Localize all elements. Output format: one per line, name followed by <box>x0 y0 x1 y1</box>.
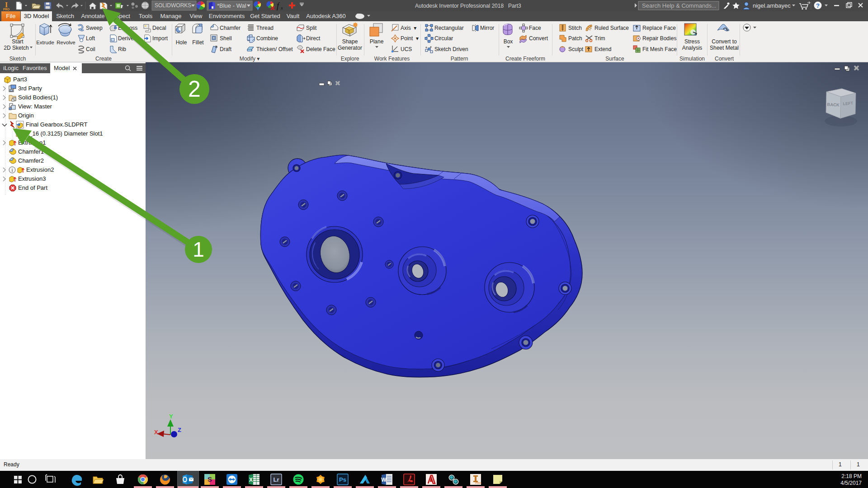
svg-text:Repair Bodies: Repair Bodies <box>642 35 676 42</box>
svg-text:UCS: UCS <box>401 46 412 52</box>
svg-text:Surface: Surface <box>605 56 624 62</box>
svg-text:Convert: Convert <box>529 35 548 42</box>
svg-text:Shell: Shell <box>220 35 232 42</box>
svg-text:Simulation: Simulation <box>679 56 705 62</box>
svg-text:nigel.ambayec: nigel.ambayec <box>753 2 791 9</box>
svg-text:E: E <box>114 24 118 30</box>
svg-text:Analysis: Analysis <box>682 45 703 51</box>
svg-text:Plane: Plane <box>370 38 384 45</box>
svg-text:Emboss: Emboss <box>118 25 137 31</box>
svg-text:i: i <box>11 167 13 173</box>
svg-text:PRO: PRO <box>3 8 9 11</box>
svg-text:4/5/2017: 4/5/2017 <box>840 480 862 486</box>
svg-text:Autodesk Inventor Professional: Autodesk Inventor Professional 2018 <box>415 3 504 9</box>
svg-text:2:18 PM: 2:18 PM <box>841 473 862 479</box>
svg-text:Direct: Direct <box>306 35 321 42</box>
svg-text:Ps: Ps <box>339 476 346 483</box>
svg-text:Face: Face <box>529 25 541 31</box>
svg-text:Import: Import <box>152 35 168 42</box>
svg-text:Fit Mesh Face: Fit Mesh Face <box>642 46 677 52</box>
svg-text:X: X <box>154 429 158 436</box>
svg-text:SOLIDWORKS: SOLIDWORKS <box>155 2 191 9</box>
svg-text:Rectangular: Rectangular <box>434 25 464 31</box>
svg-text:Mirror: Mirror <box>480 25 494 31</box>
svg-text:Stitch: Stitch <box>568 25 582 31</box>
svg-text:Search Help & Commands...: Search Help & Commands... <box>642 2 717 9</box>
svg-text:Circular: Circular <box>434 35 453 42</box>
svg-text:Z: Z <box>178 427 181 433</box>
svg-text:Patch: Patch <box>568 35 582 42</box>
svg-text:Sweep: Sweep <box>86 25 103 31</box>
svg-text:LEFT: LEFT <box>843 101 854 106</box>
svg-text:Draft: Draft <box>220 46 232 52</box>
svg-text:Modify ▾: Modify ▾ <box>240 56 260 62</box>
svg-text:Sheet Metal: Sheet Metal <box>710 45 739 51</box>
svg-text:Ruled Surface: Ruled Surface <box>594 25 629 31</box>
svg-text:Create Freeform: Create Freeform <box>505 56 545 62</box>
svg-text:f: f <box>277 1 280 10</box>
svg-text:Chamfer1: Chamfer1 <box>18 148 44 155</box>
svg-text:S: S <box>208 475 212 483</box>
svg-text:5_16 (0.3125) Diameter Slot1: 5_16 (0.3125) Diameter Slot1 <box>26 130 103 137</box>
svg-text:X: X <box>249 477 253 483</box>
svg-text:Create: Create <box>95 56 112 62</box>
svg-text:Generator: Generator <box>338 45 362 51</box>
svg-text:Chamfer: Chamfer <box>220 25 241 31</box>
svg-text:Split: Split <box>306 25 317 31</box>
svg-text:Point ▾: Point ▾ <box>401 35 419 42</box>
svg-text:Y: Y <box>169 413 173 420</box>
svg-text:Rib: Rib <box>118 46 126 52</box>
svg-text:Extrusion3: Extrusion3 <box>18 175 46 182</box>
svg-text:Box: Box <box>504 38 513 45</box>
svg-text:Part3: Part3 <box>508 3 521 9</box>
svg-text:Coil: Coil <box>86 46 95 52</box>
svg-text:Chamfer2: Chamfer2 <box>18 157 44 164</box>
svg-text:Solid Bodies(1): Solid Bodies(1) <box>18 94 58 101</box>
svg-text:Extend: Extend <box>594 46 611 52</box>
svg-text:PRO: PRO <box>475 482 481 484</box>
svg-text:View: Master: View: Master <box>18 103 52 110</box>
svg-text:Sketch Driven: Sketch Driven <box>434 46 468 52</box>
svg-text:Trim: Trim <box>594 35 605 42</box>
svg-text:Hole: Hole <box>176 39 187 46</box>
svg-text:Sketch: Sketch <box>9 56 26 62</box>
svg-text:Stress: Stress <box>684 38 700 45</box>
svg-text:Revolve: Revolve <box>57 40 75 45</box>
svg-text:Shape: Shape <box>342 38 358 45</box>
svg-text:Decal: Decal <box>152 25 166 31</box>
svg-text:*Blue - Wal: *Blue - Wal <box>217 2 246 9</box>
svg-text:Final Gearbox.SLDPRT: Final Gearbox.SLDPRT <box>26 121 87 128</box>
svg-text:Lr: Lr <box>274 476 279 483</box>
svg-text:Convert to: Convert to <box>712 38 737 45</box>
svg-text:Extrusion1: Extrusion1 <box>18 139 46 146</box>
svg-text:Origin: Origin <box>18 112 34 119</box>
svg-text:Start: Start <box>12 38 24 45</box>
svg-text:BACK: BACK <box>827 102 840 107</box>
svg-text:Part3: Part3 <box>13 76 27 83</box>
svg-text:3rd Party: 3rd Party <box>18 85 42 92</box>
svg-text:Axis ▾: Axis ▾ <box>401 25 416 31</box>
svg-text:Convert: Convert <box>715 56 734 62</box>
svg-text:Sculpt: Sculpt <box>568 46 584 52</box>
svg-text:?: ? <box>816 2 820 9</box>
svg-text:Delete Face: Delete Face <box>306 46 335 52</box>
svg-text:Combine: Combine <box>256 35 278 42</box>
svg-text:Pattern: Pattern <box>451 56 468 62</box>
svg-text:x: x <box>280 5 283 10</box>
svg-text:Work Features: Work Features <box>374 56 410 62</box>
svg-text:Fillet: Fillet <box>192 39 204 46</box>
svg-text:Extrusion2: Extrusion2 <box>26 166 54 173</box>
svg-text:Derive: Derive <box>118 35 134 42</box>
svg-text:Loft: Loft <box>86 35 95 42</box>
svg-text:Replace Face: Replace Face <box>642 25 676 31</box>
svg-text:End of Part: End of Part <box>18 184 47 191</box>
svg-text:Thread: Thread <box>256 25 274 31</box>
svg-text:Explore: Explore <box>341 56 359 62</box>
svg-text:W: W <box>381 477 387 483</box>
svg-text:Thicken/ Offset: Thicken/ Offset <box>256 46 293 52</box>
svg-text:2D Sketch: 2D Sketch <box>4 45 28 51</box>
svg-text:Extrude: Extrude <box>36 40 54 45</box>
